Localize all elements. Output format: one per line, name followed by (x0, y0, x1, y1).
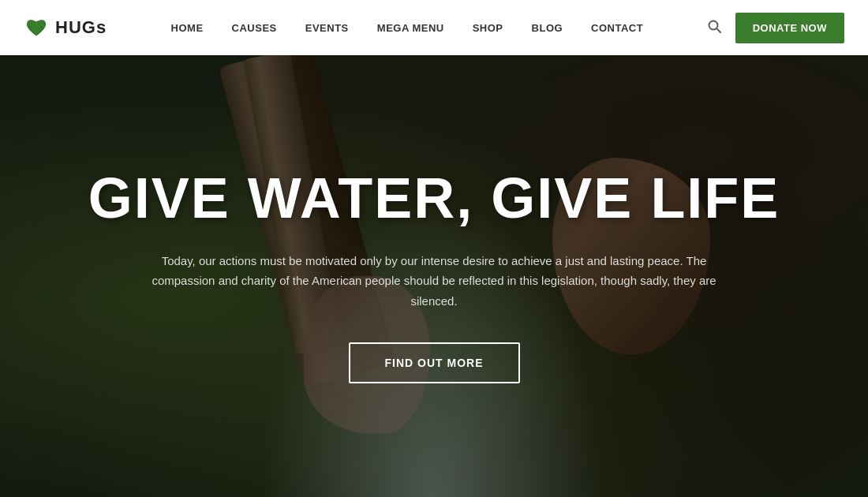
header-actions: DONATE NOW (708, 13, 844, 43)
nav-events[interactable]: EVENTS (305, 22, 349, 34)
search-icon[interactable] (708, 20, 721, 36)
hero-section: HUGs HOME CAUSES EVENTS MEGA MENU SHOP B… (0, 0, 868, 497)
hero-title: GIVE WATER, GIVE LIFE (88, 169, 780, 229)
nav-home[interactable]: HOME (171, 22, 204, 34)
donate-button[interactable]: DONATE NOW (735, 13, 844, 43)
logo-link[interactable]: HUGs (24, 17, 107, 39)
heart-hands-icon (24, 17, 49, 39)
nav-mega-menu[interactable]: MEGA MENU (377, 22, 444, 34)
site-header: HUGs HOME CAUSES EVENTS MEGA MENU SHOP B… (0, 0, 868, 55)
hero-content: GIVE WATER, GIVE LIFE Today, our actions… (0, 55, 868, 497)
main-nav: HOME CAUSES EVENTS MEGA MENU SHOP BLOG C… (171, 22, 644, 34)
hero-subtitle: Today, our actions must be motivated onl… (150, 251, 718, 312)
nav-contact[interactable]: CONTACT (591, 22, 643, 34)
nav-shop[interactable]: SHOP (473, 22, 503, 34)
find-out-more-button[interactable]: FIND OUT MORE (349, 342, 520, 383)
nav-causes[interactable]: CAUSES (232, 22, 277, 34)
svg-line-1 (716, 28, 720, 32)
nav-blog[interactable]: BLOG (532, 22, 563, 34)
logo-text: HUGs (55, 17, 107, 38)
